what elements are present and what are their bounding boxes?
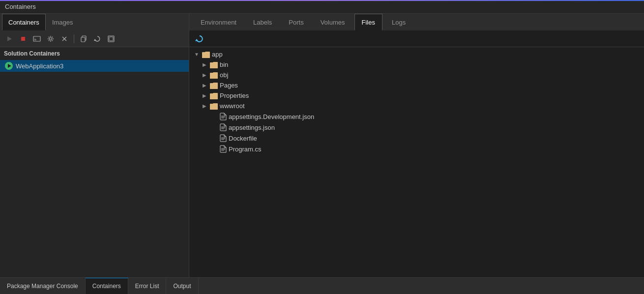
- svg-rect-1: [21, 37, 25, 41]
- attach-button[interactable]: [105, 32, 117, 45]
- chevron-properties: ▶: [201, 92, 208, 99]
- bottom-tab-error-list[interactable]: Error List: [128, 278, 167, 294]
- svg-marker-18: [94, 39, 96, 41]
- file-row-pages[interactable]: ▶ Pages: [189, 80, 644, 90]
- tab-files[interactable]: Files: [354, 14, 382, 30]
- file-row-wwwroot[interactable]: ▶ wwwroot: [189, 101, 644, 111]
- container-item-webapplication3[interactable]: WebApplication3: [0, 60, 189, 72]
- tab-volumes[interactable]: Volumes: [313, 14, 352, 30]
- folder-name-pages: Pages: [220, 82, 238, 89]
- main-layout: Containers Images : [0, 14, 644, 277]
- window-title: Containers: [5, 3, 36, 10]
- settings-button[interactable]: [44, 32, 57, 45]
- left-toolbar: : [0, 30, 189, 47]
- solution-containers-label: Solution Containers: [0, 47, 189, 60]
- tab-images[interactable]: Images: [46, 14, 80, 30]
- svg-point-12: [52, 36, 53, 37]
- tab-environment[interactable]: Environment: [193, 14, 244, 30]
- bottom-tab-containers[interactable]: Containers: [86, 278, 128, 294]
- start-button[interactable]: [3, 32, 16, 45]
- bottom-tabs-bar: Package Manager Console Containers Error…: [0, 277, 644, 294]
- file-name-appsettings: appsettings.json: [229, 124, 275, 131]
- file-row-appsettings-dev[interactable]: ▶ appsettings.Development.json: [189, 111, 644, 122]
- file-icon-appsettings-dev: [220, 113, 227, 120]
- running-status-icon: [5, 62, 13, 70]
- svg-rect-20: [109, 37, 113, 41]
- title-bar: Containers: [0, 0, 644, 14]
- svg-marker-21: [195, 39, 198, 41]
- folder-icon-app: [202, 51, 210, 58]
- file-icon-appsettings: [220, 123, 227, 131]
- folder-name-properties: Properties: [220, 92, 249, 99]
- copy-button[interactable]: [77, 32, 90, 45]
- tab-containers[interactable]: Containers: [2, 14, 46, 30]
- file-icon-programcs: [220, 145, 227, 153]
- file-name-appsettings-dev: appsettings.Development.json: [229, 113, 314, 120]
- svg-point-5: [50, 37, 52, 40]
- file-row-bin[interactable]: ▶ bin: [189, 59, 644, 70]
- bottom-tab-output[interactable]: Output: [166, 278, 198, 294]
- folder-icon-wwwroot: [210, 103, 218, 110]
- stop-button[interactable]: [17, 32, 29, 45]
- tab-labels[interactable]: Labels: [246, 14, 279, 30]
- folder-name-app: app: [212, 51, 223, 58]
- chevron-wwwroot: ▶: [201, 103, 208, 110]
- folder-icon-properties: [210, 92, 218, 99]
- left-tabs-row: Containers Images: [0, 14, 189, 30]
- svg-point-8: [48, 38, 49, 39]
- file-name-dockerfile: Dockerfile: [229, 135, 257, 142]
- chevron-bin: ▶: [201, 61, 208, 68]
- left-panel: Containers Images : [0, 14, 189, 277]
- folder-name-wwwroot: wwwroot: [220, 102, 245, 110]
- svg-point-11: [52, 40, 53, 41]
- svg-point-7: [50, 41, 51, 42]
- files-refresh-button[interactable]: [193, 32, 206, 45]
- delete-button[interactable]: [58, 32, 71, 45]
- folder-icon-bin: [210, 61, 218, 68]
- terminal-button[interactable]: : [30, 32, 43, 45]
- tab-logs[interactable]: Logs: [384, 14, 413, 30]
- file-row-app[interactable]: ▼ app: [189, 49, 644, 59]
- chevron-pages: ▶: [201, 82, 208, 89]
- detail-tabs-row: Environment Labels Ports Volumes Files L…: [189, 14, 644, 30]
- folder-name-obj: obj: [220, 71, 228, 79]
- refresh-container-button[interactable]: [91, 32, 104, 45]
- folder-icon-pages: [210, 82, 218, 89]
- chevron-app: ▼: [193, 51, 200, 58]
- folder-icon-obj: [210, 72, 218, 79]
- svg-point-9: [53, 38, 54, 39]
- svg-point-13: [49, 40, 50, 41]
- chevron-obj: ▶: [201, 72, 208, 79]
- toolbar-sep-1: [74, 34, 74, 43]
- right-panel: Environment Labels Ports Volumes Files L…: [189, 14, 644, 277]
- file-row-dockerfile[interactable]: ▶ Dockerfile: [189, 133, 644, 144]
- file-row-appsettings[interactable]: ▶ appsettings.json: [189, 122, 644, 133]
- file-row-properties[interactable]: ▶ Properties: [189, 90, 644, 101]
- file-tree: ▼ app ▶ bin ▶: [189, 47, 644, 277]
- file-row-programcs[interactable]: ▶ Program.cs: [189, 144, 644, 154]
- tab-ports[interactable]: Ports: [281, 14, 311, 30]
- svg-rect-17: [81, 37, 85, 42]
- bottom-tab-package-manager[interactable]: Package Manager Console: [0, 278, 86, 294]
- svg-text:: : [34, 37, 36, 41]
- file-row-obj[interactable]: ▶ obj: [189, 70, 644, 80]
- folder-name-bin: bin: [220, 61, 228, 68]
- svg-marker-0: [7, 36, 12, 41]
- svg-point-10: [49, 36, 50, 37]
- svg-point-6: [50, 36, 51, 37]
- container-name: WebApplication3: [16, 62, 63, 70]
- file-icon-dockerfile: [220, 134, 227, 142]
- file-name-programcs: Program.cs: [229, 146, 261, 153]
- detail-toolbar: [189, 30, 644, 47]
